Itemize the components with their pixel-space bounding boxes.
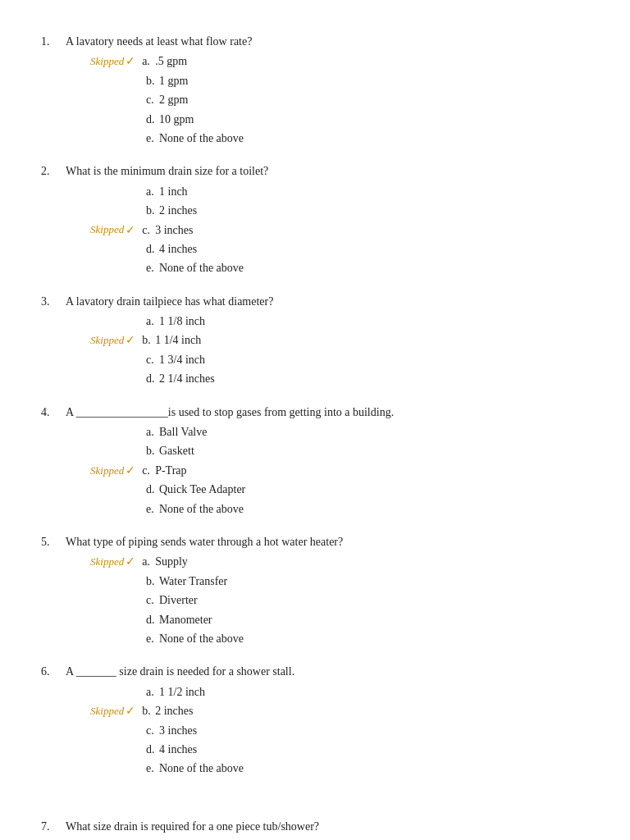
check-icon: ✓ bbox=[126, 52, 135, 71]
option-row-4-1: a. Ball Valve bbox=[90, 423, 605, 441]
option-row-6-2: Skipped✓b. 2 inches bbox=[90, 702, 605, 720]
option-text-5-5: None of the above bbox=[159, 630, 244, 648]
option-text-3-4: 2 1/4 inches bbox=[159, 370, 215, 388]
skipped-label: Skipped bbox=[90, 703, 124, 720]
section-spacer bbox=[41, 793, 605, 818]
question-block-1: 1.A lavatory needs at least what flow ra… bbox=[41, 33, 605, 148]
option-label-1-5: e. bbox=[146, 130, 159, 148]
question-number-6: 6. bbox=[41, 663, 66, 681]
option-row-3-3: c. 1 3/4 inch bbox=[90, 351, 605, 369]
options-4: a. Ball Valveb. GaskettSkipped✓c. P-Trap… bbox=[90, 423, 605, 518]
option-text-4-5: None of the above bbox=[159, 500, 244, 518]
option-text-6-4: 4 inches bbox=[159, 741, 197, 759]
option-label-1-1: a. bbox=[142, 52, 155, 71]
option-label-6-3: c. bbox=[146, 722, 159, 740]
option-text-6-5: None of the above bbox=[159, 760, 244, 778]
option-row-5-4: d. Manometer bbox=[90, 611, 605, 629]
question-block-4: 4.A ________________is used to stop gase… bbox=[41, 404, 605, 518]
option-label-1-4: d. bbox=[146, 111, 159, 129]
option-text-3-3: 1 3/4 inch bbox=[159, 351, 205, 369]
option-label-6-4: d. bbox=[146, 741, 159, 759]
question-number-3: 3. bbox=[41, 293, 66, 311]
options-6: a. 1 1/2 inchSkipped✓b. 2 inchesc. 3 inc… bbox=[90, 683, 605, 778]
option-text-3-1: 1 1/8 inch bbox=[159, 313, 205, 331]
skipped-badge-1-1: Skipped✓ bbox=[90, 52, 139, 71]
skipped-label: Skipped bbox=[90, 332, 124, 349]
question-text-3: A lavatory drain tailpiece has what diam… bbox=[66, 293, 273, 311]
option-row-2-3: Skipped✓c. 3 inches bbox=[90, 221, 605, 240]
option-row-6-5: e. None of the above bbox=[90, 760, 605, 778]
option-row-5-2: b. Water Transfer bbox=[90, 573, 605, 591]
option-row-1-5: e. None of the above bbox=[90, 130, 605, 148]
question-text-7: What size drain is required for a one pi… bbox=[66, 818, 319, 836]
skipped-label: Skipped bbox=[90, 463, 124, 480]
option-row-3-1: a. 1 1/8 inch bbox=[90, 313, 605, 331]
quiz-container: 1.A lavatory needs at least what flow ra… bbox=[41, 33, 605, 840]
option-row-2-1: a. 1 inch bbox=[90, 183, 605, 201]
options-1: Skipped✓a. .5 gpmb. 1 gpmc. 2 gpmd. 10 g… bbox=[90, 52, 605, 148]
question-number-4: 4. bbox=[41, 404, 66, 422]
option-row-4-2: b. Gaskett bbox=[90, 442, 605, 460]
option-label-2-5: e. bbox=[146, 259, 159, 277]
option-text-1-1: .5 gpm bbox=[155, 52, 187, 71]
option-text-5-2: Water Transfer bbox=[159, 573, 227, 591]
question-block-6: 6.A _______ size drain is needed for a s… bbox=[41, 663, 605, 778]
question-text-2: What is the minimum drain size for a toi… bbox=[66, 162, 268, 180]
option-row-1-4: d. 10 gpm bbox=[90, 111, 605, 129]
question-number-7: 7. bbox=[41, 818, 66, 836]
option-row-6-1: a. 1 1/2 inch bbox=[90, 683, 605, 701]
option-label-6-2: b. bbox=[142, 702, 155, 720]
option-text-1-5: None of the above bbox=[159, 130, 244, 148]
option-label-5-3: c. bbox=[146, 591, 159, 609]
option-label-5-4: d. bbox=[146, 611, 159, 629]
question-number-2: 2. bbox=[41, 162, 66, 180]
option-label-4-2: b. bbox=[146, 442, 159, 460]
option-label-4-4: d. bbox=[146, 481, 159, 499]
option-text-1-2: 1 gpm bbox=[159, 72, 188, 90]
question-text-4: A ________________is used to stop gases … bbox=[66, 404, 394, 422]
option-text-4-1: Ball Valve bbox=[159, 423, 207, 441]
option-row-2-2: b. 2 inches bbox=[90, 202, 605, 220]
option-row-4-3: Skipped✓c. P-Trap bbox=[90, 462, 605, 480]
option-text-5-1: Supply bbox=[155, 553, 188, 571]
skipped-badge-5-1: Skipped✓ bbox=[90, 553, 139, 571]
option-label-6-5: e. bbox=[146, 760, 159, 778]
option-row-3-2: Skipped✓b. 1 1/4 inch bbox=[90, 331, 605, 349]
skipped-badge-2-3: Skipped✓ bbox=[90, 221, 139, 240]
option-text-4-4: Quick Tee Adapter bbox=[159, 481, 245, 499]
skipped-badge-3-2: Skipped✓ bbox=[90, 331, 139, 349]
option-row-1-1: Skipped✓a. .5 gpm bbox=[90, 52, 605, 71]
option-text-2-5: None of the above bbox=[159, 259, 244, 277]
option-text-2-3: 3 inches bbox=[155, 221, 193, 240]
option-text-3-2: 1 1/4 inch bbox=[155, 331, 201, 349]
option-row-5-5: e. None of the above bbox=[90, 630, 605, 648]
option-text-6-2: 2 inches bbox=[155, 702, 193, 720]
option-row-6-3: c. 3 inches bbox=[90, 722, 605, 740]
option-text-2-4: 4 inches bbox=[159, 240, 197, 258]
option-row-5-3: c. Diverter bbox=[90, 591, 605, 609]
option-label-6-1: a. bbox=[146, 683, 159, 701]
option-label-3-4: d. bbox=[146, 370, 159, 388]
option-text-5-4: Manometer bbox=[159, 611, 212, 629]
check-icon: ✓ bbox=[126, 702, 135, 720]
option-row-2-5: e. None of the above bbox=[90, 259, 605, 277]
option-row-2-4: d. 4 inches bbox=[90, 240, 605, 258]
option-text-4-2: Gaskett bbox=[159, 442, 194, 460]
question-block-7: 7.What size drain is required for a one … bbox=[41, 818, 605, 840]
option-text-4-3: P-Trap bbox=[155, 462, 186, 480]
option-label-4-5: e. bbox=[146, 500, 159, 518]
skipped-label: Skipped bbox=[90, 554, 124, 571]
option-label-1-3: c. bbox=[146, 91, 159, 109]
option-text-2-2: 2 inches bbox=[159, 202, 197, 220]
option-text-6-1: 1 1/2 inch bbox=[159, 683, 205, 701]
option-row-3-4: d. 2 1/4 inches bbox=[90, 370, 605, 388]
skipped-label: Skipped bbox=[90, 53, 124, 71]
option-label-5-1: a. bbox=[142, 553, 155, 571]
skipped-badge-6-2: Skipped✓ bbox=[90, 702, 139, 720]
question-text-1: A lavatory needs at least what flow rate… bbox=[66, 33, 252, 51]
question-block-2: 2.What is the minimum drain size for a t… bbox=[41, 162, 605, 277]
question-block-3: 3.A lavatory drain tailpiece has what di… bbox=[41, 293, 605, 389]
option-text-5-3: Diverter bbox=[159, 591, 198, 609]
option-label-4-1: a. bbox=[146, 423, 159, 441]
option-label-3-2: b. bbox=[142, 331, 155, 349]
